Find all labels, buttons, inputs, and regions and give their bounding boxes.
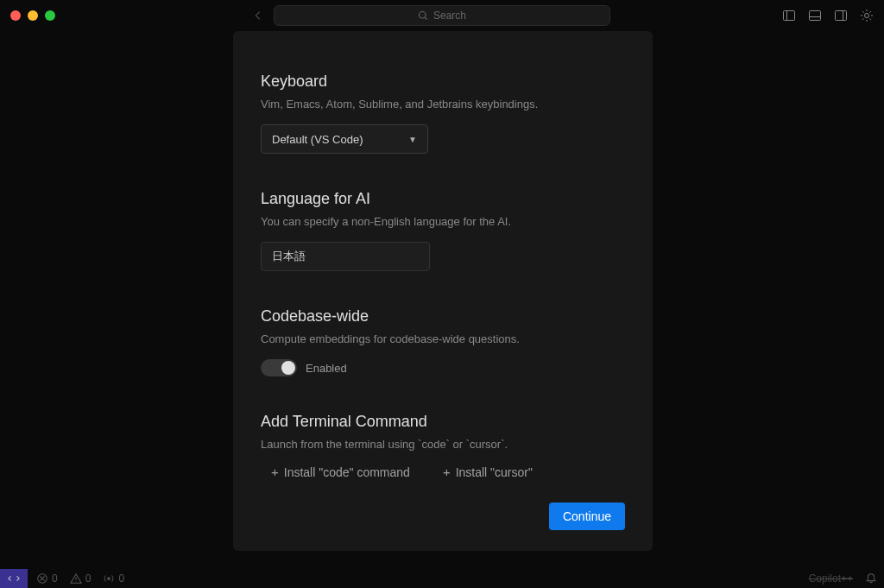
continue-button[interactable]: Continue xyxy=(549,503,625,530)
svg-point-0 xyxy=(419,12,426,19)
language-input[interactable] xyxy=(261,242,430,271)
chevron-down-icon: ▼ xyxy=(408,135,417,144)
settings-panel: Keyboard Vim, Emacs, Atom, Sublime, and … xyxy=(233,31,653,551)
toggle-knob xyxy=(281,361,295,375)
install-cursor-button[interactable]: + Install "cursor" xyxy=(443,465,533,479)
search-icon xyxy=(418,10,428,21)
errors-indicator[interactable]: 0 xyxy=(36,572,58,585)
errors-count: 0 xyxy=(52,572,58,585)
keyboard-title: Keyboard xyxy=(261,73,625,91)
terminal-buttons: + Install "code" command + Install "curs… xyxy=(261,465,625,479)
svg-rect-3 xyxy=(810,11,821,21)
language-desc: You can specify a non-English language f… xyxy=(261,215,625,228)
codebase-toggle[interactable] xyxy=(261,359,297,376)
keyboard-section: Keyboard Vim, Emacs, Atom, Sublime, and … xyxy=(261,73,625,154)
error-icon xyxy=(36,572,48,585)
panel-footer: Continue xyxy=(261,503,625,530)
plus-icon: + xyxy=(443,465,451,479)
svg-point-9 xyxy=(108,578,110,580)
terminal-section: Add Terminal Command Launch from the ter… xyxy=(261,413,625,479)
bell-icon[interactable] xyxy=(865,572,877,585)
terminal-desc: Launch from the terminal using `code` or… xyxy=(261,438,625,451)
status-bar: 0 0 0 Copilot++ xyxy=(0,569,884,588)
install-code-button[interactable]: + Install "code" command xyxy=(271,465,410,479)
install-cursor-label: Install "cursor" xyxy=(456,465,533,479)
svg-point-7 xyxy=(865,14,869,18)
panel-left-icon[interactable] xyxy=(782,9,796,22)
warnings-indicator[interactable]: 0 xyxy=(70,572,92,585)
maximize-button[interactable] xyxy=(45,10,55,21)
search-placeholder: Search xyxy=(433,9,466,22)
dropdown-value: Default (VS Code) xyxy=(272,133,363,146)
ports-count: 0 xyxy=(118,572,124,585)
toggle-label: Enabled xyxy=(306,362,347,375)
copilot-status[interactable]: Copilot++ xyxy=(809,572,853,585)
ports-indicator[interactable]: 0 xyxy=(103,572,124,585)
traffic-lights xyxy=(10,10,55,21)
remote-indicator[interactable] xyxy=(0,569,28,588)
close-button[interactable] xyxy=(10,10,21,21)
warnings-count: 0 xyxy=(85,572,92,585)
remote-icon xyxy=(8,572,20,585)
panel-right-icon[interactable] xyxy=(834,9,848,22)
status-right: Copilot++ xyxy=(809,572,877,585)
titlebar-right xyxy=(782,9,874,22)
back-button[interactable] xyxy=(252,9,264,22)
codebase-section: Codebase-wide Compute embeddings for cod… xyxy=(261,307,625,376)
keyboard-desc: Vim, Emacs, Atom, Sublime, and Jetbrains… xyxy=(261,98,625,111)
minimize-button[interactable] xyxy=(28,10,38,21)
plus-icon: + xyxy=(271,465,279,479)
svg-rect-1 xyxy=(784,11,795,21)
settings-gear-icon[interactable] xyxy=(860,9,874,22)
broadcast-icon xyxy=(103,572,115,585)
codebase-desc: Compute embeddings for codebase-wide que… xyxy=(261,332,625,345)
codebase-title: Codebase-wide xyxy=(261,307,625,326)
codebase-toggle-row: Enabled xyxy=(261,359,625,376)
search-box[interactable]: Search xyxy=(274,5,610,26)
language-section: Language for AI You can specify a non-En… xyxy=(261,190,625,271)
panel-bottom-icon[interactable] xyxy=(808,9,822,22)
keyboard-dropdown[interactable]: Default (VS Code) ▼ xyxy=(261,124,428,154)
install-code-label: Install "code" command xyxy=(284,465,410,479)
search-container: Search xyxy=(274,5,610,26)
warning-icon xyxy=(70,572,82,585)
language-title: Language for AI xyxy=(261,190,625,208)
svg-rect-5 xyxy=(836,11,847,21)
titlebar: Search xyxy=(0,0,884,31)
terminal-title: Add Terminal Command xyxy=(261,413,625,431)
